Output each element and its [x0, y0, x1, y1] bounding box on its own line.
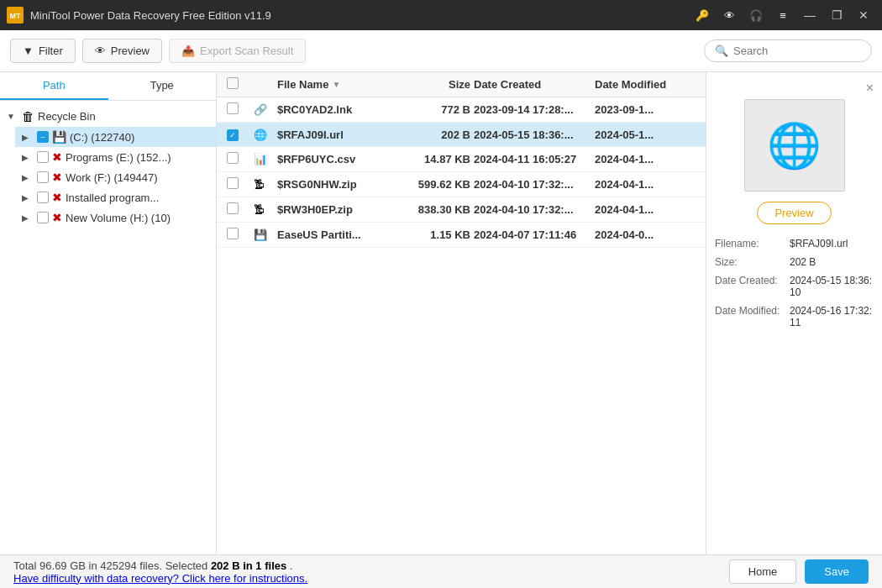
file-area: File Name ▼ Size Date Created Date Modif… [217, 72, 706, 554]
tree-arrow-recycle: ▼ [7, 112, 18, 121]
minimize-button[interactable]: — [798, 3, 822, 27]
row6-name: EaseUS Partiti... [277, 228, 391, 241]
tree-arrow-f: ▶ [22, 173, 34, 182]
export-button[interactable]: 📤 Export Scan Result [169, 39, 306, 63]
row3-checkbox[interactable] [227, 152, 239, 164]
header-created-col[interactable]: Date Created [474, 78, 591, 91]
tree-item-c-drive[interactable]: ▶ – 💾 (C:) (122740) [15, 127, 216, 147]
row5-checkbox[interactable] [227, 202, 239, 214]
row4-name: $RSG0NHW.zip [277, 178, 391, 191]
row6-modified: 2024-04-0... [595, 228, 696, 241]
file-list: 🔗 $RC0YAD2.lnk 772 B 2023-09-14 17:28:..… [217, 97, 706, 554]
row2-icon: 🌐 [254, 129, 274, 141]
sidebar-tabs: Path Type [0, 72, 216, 101]
status-text-area: Total 96.69 GB in 425294 files. Selected… [13, 559, 307, 585]
search-input[interactable] [733, 45, 861, 57]
preview-button[interactable]: 👁 Preview [82, 39, 162, 63]
row2-size: 202 B [395, 129, 470, 141]
preview-close-button[interactable]: × [866, 81, 874, 96]
preview-metadata: Filename: $RFAJ09I.url Size: 202 B Date … [715, 238, 874, 335]
row2-modified: 2024-05-1... [595, 129, 696, 141]
selected-suffix: . [290, 559, 293, 572]
title-bar: MT MiniTool Power Data Recovery Free Edi… [0, 0, 882, 30]
meta-filename-value: $RFAJ09I.url [790, 238, 848, 249]
help-link[interactable]: Have difficulty with data recovery? Clic… [13, 572, 307, 585]
row3-name: $RFP6UYC.csv [277, 153, 391, 165]
file-row[interactable]: ✓ 🌐 $RFAJ09I.url 202 B 2024-05-15 18:36:… [217, 123, 706, 147]
key-icon[interactable]: 🔑 [690, 3, 714, 27]
row1-icon: 🔗 [254, 103, 274, 116]
row4-modified: 2024-04-1... [595, 178, 696, 191]
eye-icon[interactable]: 👁 [717, 3, 741, 27]
row6-icon: 💾 [254, 228, 274, 241]
total-text: Total 96.69 GB in 425294 files. [13, 559, 162, 572]
file-table-header: File Name ▼ Size Date Created Date Modif… [217, 72, 706, 97]
row4-checkbox[interactable] [227, 177, 239, 189]
row2-created: 2024-05-15 18:36:... [474, 129, 591, 141]
meta-created-value: 2024-05-15 18:36:10 [790, 275, 874, 298]
file-row[interactable]: 🗜 $RW3H0EP.zip 838.30 KB 2024-04-10 17:3… [217, 197, 706, 223]
row2-checkbox[interactable]: ✓ [227, 129, 239, 141]
tree-arrow-e: ▶ [22, 153, 34, 162]
meta-created-label: Date Created: [715, 275, 786, 298]
selected-bold: 202 B in 1 files [211, 559, 286, 572]
tree-checkbox-h[interactable] [37, 212, 49, 223]
globe-icon: 🌐 [767, 120, 822, 171]
preview-label: Preview [111, 45, 150, 57]
tree-label-f-drive: Work (F:) (149447) [66, 171, 158, 184]
meta-modified-label: Date Modified: [715, 305, 786, 328]
status-bar: Total 96.69 GB in 425294 files. Selected… [0, 554, 882, 588]
meta-size-row: Size: 202 B [715, 256, 874, 268]
tab-path[interactable]: Path [0, 72, 108, 100]
app-icon: MT [7, 7, 24, 24]
tree-item-installed[interactable]: ▶ ✖ Installed program... [15, 187, 216, 207]
e-drive-icon: ✖ [52, 150, 62, 164]
meta-modified-value: 2024-05-16 17:32:11 [790, 305, 874, 328]
row3-size: 14.87 KB [395, 153, 470, 165]
tree-item-f-drive[interactable]: ▶ ✖ Work (F:) (149447) [15, 167, 216, 187]
row1-checkbox[interactable] [227, 102, 239, 114]
tree-checkbox-c[interactable]: – [37, 131, 49, 143]
file-row[interactable]: 🗜 $RSG0NHW.zip 599.62 KB 2024-04-10 17:3… [217, 172, 706, 197]
header-filename-col[interactable]: File Name ▼ [277, 78, 391, 91]
h-drive-icon: ✖ [52, 211, 62, 224]
filter-button[interactable]: ▼ Filter [10, 39, 76, 63]
maximize-button[interactable]: ❐ [825, 3, 848, 27]
header-modified-col[interactable]: Date Modified [595, 78, 696, 91]
row6-checkbox[interactable] [227, 228, 239, 239]
row5-name: $RW3H0EP.zip [277, 203, 391, 216]
tree-item-e-drive[interactable]: ▶ ✖ Programs (E:) (152...) [15, 147, 216, 167]
tree-item-h-drive[interactable]: ▶ ✖ New Volume (H:) (10) [15, 207, 216, 228]
meta-filename-row: Filename: $RFAJ09I.url [715, 238, 874, 249]
tree-checkbox-e[interactable] [37, 151, 49, 163]
row3-icon: 📊 [254, 153, 274, 165]
tree-checkbox-f[interactable] [37, 171, 49, 183]
save-button[interactable]: Save [805, 559, 869, 584]
app-title: MiniTool Power Data Recovery Free Editio… [30, 9, 684, 22]
f-drive-icon: ✖ [52, 171, 62, 184]
recycle-folder-icon: 🗑 [22, 109, 34, 123]
tree-item-recycle-bin[interactable]: ▼ 🗑 Recycle Bin [0, 106, 216, 127]
header-check-col [227, 77, 250, 92]
search-box: 🔍 [704, 39, 872, 62]
close-button[interactable]: ✕ [852, 3, 875, 27]
tree-label-e-drive: Programs (E:) (152...) [66, 151, 171, 164]
preview-action-button[interactable]: Preview [757, 202, 831, 224]
headphone-icon[interactable]: 🎧 [744, 3, 768, 27]
header-size-col[interactable]: Size [395, 78, 470, 91]
file-row[interactable]: 💾 EaseUS Partiti... 1.15 KB 2024-04-07 1… [217, 223, 706, 248]
file-row[interactable]: 📊 $RFP6UYC.csv 14.87 KB 2024-04-11 16:05… [217, 147, 706, 172]
tab-type[interactable]: Type [108, 72, 217, 100]
tree-checkbox-installed[interactable] [37, 192, 49, 203]
sidebar-tree: ▼ 🗑 Recycle Bin ▶ – 💾 (C:) (122740) ▶ ✖ … [0, 101, 216, 554]
row1-name: $RC0YAD2.lnk [277, 103, 391, 116]
row5-created: 2024-04-10 17:32:... [474, 203, 591, 216]
menu-icon[interactable]: ≡ [771, 3, 795, 27]
svg-text:MT: MT [10, 12, 21, 20]
filter-label: Filter [39, 45, 63, 57]
tree-children: ▶ – 💾 (C:) (122740) ▶ ✖ Programs (E:) (1… [0, 127, 216, 228]
header-checkbox[interactable] [227, 77, 239, 89]
home-button[interactable]: Home [729, 559, 797, 584]
file-row[interactable]: 🔗 $RC0YAD2.lnk 772 B 2023-09-14 17:28:..… [217, 97, 706, 123]
row6-size: 1.15 KB [395, 228, 470, 241]
